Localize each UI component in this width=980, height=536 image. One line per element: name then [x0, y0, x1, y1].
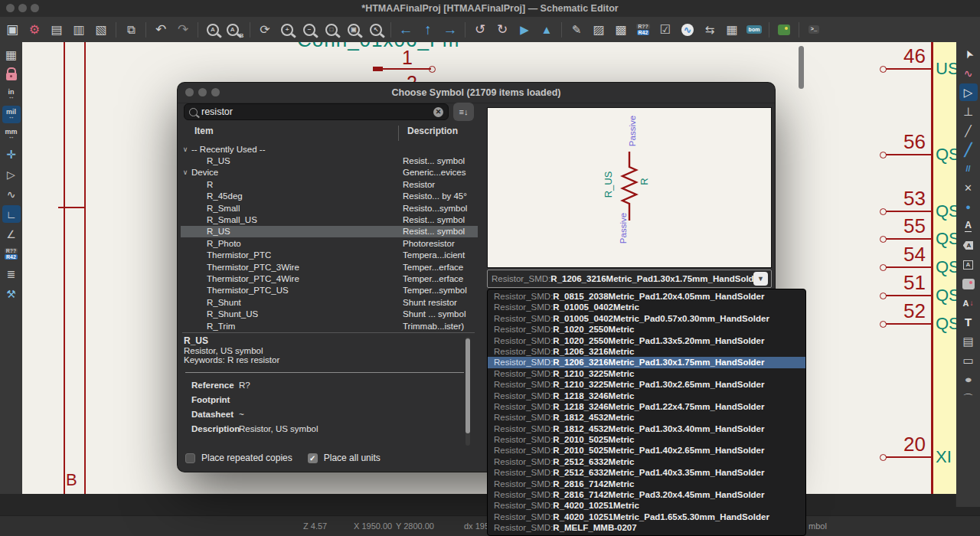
hidden-pins-icon[interactable]: ▷ — [2, 165, 21, 183]
minimize-button[interactable] — [18, 4, 27, 12]
symbol-tree-row[interactable]: R_TrimTrimmab...ister) — [181, 320, 478, 331]
edit-symbol-icon[interactable]: ✎ — [567, 20, 586, 39]
pin-line[interactable] — [886, 266, 933, 268]
column-description[interactable]: Description — [407, 126, 458, 136]
footprint-option[interactable]: Resistor_SMD:R_2816_7142Metric_Pad3.20x4… — [488, 489, 805, 500]
junction-icon[interactable]: ● — [959, 198, 978, 216]
rotate-cw-icon[interactable]: ↻ — [493, 20, 511, 39]
footprint-option[interactable]: Resistor_SMD:R_1812_4532Metric_Pad1.30x3… — [488, 423, 805, 434]
pin-line[interactable] — [886, 211, 933, 212]
symbol-tree-row[interactable]: R_ShuntShunt resistor — [181, 296, 478, 308]
footprint-option[interactable]: Resistor_SMD:R_1218_3246Metric_Pad1.22x4… — [488, 401, 805, 412]
hierarchy-navigator-icon[interactable]: ≣ — [2, 265, 21, 283]
footprint-option[interactable]: Resistor_SMD:R_01005_0402Metric — [488, 302, 805, 312]
sort-options-button[interactable]: ≡↓ — [453, 103, 474, 121]
annotate-icon[interactable]: R??R42 — [634, 20, 652, 39]
bus-entry-icon[interactable]: // — [959, 160, 978, 178]
paste-icon[interactable]: ⧉ — [122, 20, 140, 39]
place-bus-icon[interactable]: ╱ — [959, 141, 978, 159]
place-textbox-icon[interactable]: ▤ — [959, 332, 978, 350]
footprint-option[interactable]: Resistor_SMD:R_1218_3246Metric — [488, 391, 805, 401]
symbol-tree-row[interactable]: ∨DeviceGeneric...evices — [181, 167, 478, 178]
symbol-tree-row[interactable]: Thermistor_PTC_USTemper...symbol — [181, 285, 478, 296]
place-symbol-button[interactable]: ▷ — [959, 83, 978, 101]
free-angle-wires-icon[interactable]: ∿ — [2, 185, 21, 203]
simulator-icon[interactable]: ∿ — [678, 20, 697, 39]
place-wire-icon[interactable]: ╱ — [959, 122, 978, 139]
nav-back-icon[interactable]: ← — [397, 20, 415, 39]
zoom-fit-icon[interactable]: □ — [322, 20, 341, 39]
no-connect-icon[interactable]: ✕ — [959, 179, 978, 197]
annotate-sidebar-icon[interactable]: R??R42 — [2, 245, 21, 263]
place-ellipse-icon[interactable]: ● — [959, 371, 978, 388]
symbol-tree-row[interactable]: R_USResist... symbol — [181, 155, 478, 166]
pin-line[interactable] — [886, 295, 933, 296]
footprint-combo-field[interactable]: Resistor_SMD:R_1206_3216Metric_Pad1.30x1… — [487, 270, 772, 288]
schematic-wire-vertical[interactable] — [84, 42, 86, 494]
footprint-option[interactable]: Resistor_SMD:R_MELF_MMB-0207 — [488, 522, 805, 533]
select-cursor-icon[interactable]: ➤ — [959, 45, 978, 63]
symbol-tree-row[interactable]: R_USResist... symbol — [181, 226, 478, 237]
dialog-titlebar[interactable]: Choose Symbol (21709 items loaded) — [178, 83, 775, 103]
place-arc-icon[interactable]: ⌒ — [959, 390, 978, 407]
symbol-search-field[interactable]: ✕ — [184, 103, 449, 120]
symbol-tree-row[interactable]: Thermistor_PTCTempera...icient — [181, 250, 478, 261]
browse-libraries-icon[interactable]: ▨ — [590, 20, 608, 39]
hierarchical-label-icon[interactable]: A — [959, 256, 978, 273]
assign-footprints-icon[interactable]: ⇆ — [701, 20, 719, 39]
close-button[interactable] — [6, 4, 15, 12]
footprint-option[interactable]: Resistor_SMD:R_2512_6332Metric_Pad1.40x3… — [488, 467, 805, 478]
zoom-selection-icon[interactable]: ↖ — [367, 20, 385, 39]
checkbox[interactable]: ✓ — [185, 453, 195, 463]
symbol-tree-row[interactable]: ∨-- Recently Used -- — [181, 143, 478, 155]
symbol-tree-row[interactable]: Thermistor_PTC_4WireTemper...erface — [181, 273, 478, 284]
footprint-option[interactable]: Resistor_SMD:R_4020_10251Metric — [488, 500, 805, 511]
grid-override-lock-icon[interactable] — [2, 66, 21, 83]
footprint-option[interactable]: Resistor_SMD:R_1210_3225Metric — [488, 368, 805, 379]
pin-line[interactable] — [381, 68, 431, 70]
footprint-option[interactable]: Resistor_SMD:R_2010_5025Metric_Pad1.40x2… — [488, 445, 805, 456]
column-separator[interactable] — [398, 126, 399, 141]
mirror-vertical-icon[interactable]: ▲ — [537, 20, 556, 39]
dialog-minimize-button[interactable] — [198, 88, 207, 96]
schematic-setup-icon[interactable]: ⚙ — [25, 20, 44, 39]
details-scrollbar-thumb[interactable] — [466, 338, 470, 433]
plot-icon[interactable]: ▧ — [92, 20, 110, 39]
footprint-option[interactable]: Resistor_SMD:R_1020_2550Metric_Pad1.33x5… — [488, 335, 805, 346]
footprint-option[interactable]: Resistor_SMD:R_MicroMELF_MMU-0102 — [488, 534, 805, 536]
rotate-ccw-icon[interactable]: ↺ — [471, 20, 489, 39]
units-inches-button[interactable]: in↔ — [2, 86, 21, 103]
properties-tools-icon[interactable]: ⚒ — [2, 285, 21, 302]
footprint-option[interactable]: Resistor_SMD:R_0815_2038Metric_Pad1.20x4… — [488, 291, 805, 302]
schematic-wire-vertical[interactable] — [64, 42, 65, 494]
chevron-down-icon[interactable]: ∨ — [181, 168, 190, 176]
symbol-tree-row[interactable]: R_PhotoPhotoresistor — [181, 237, 478, 249]
chevron-down-icon[interactable]: ∨ — [181, 145, 190, 153]
edit-library-symbol-icon[interactable]: ▩ — [612, 20, 630, 39]
dialog-close-button[interactable] — [185, 88, 194, 96]
grid-visibility-icon[interactable]: ▦ — [2, 46, 21, 64]
import-sheet-pin-icon[interactable]: A↓ — [959, 294, 978, 312]
search-input[interactable] — [201, 106, 430, 117]
place-sheet-icon[interactable] — [959, 275, 978, 293]
symbol-tree-row[interactable]: RResistor — [181, 178, 478, 190]
units-mils-button[interactable]: mil↔ — [2, 106, 21, 123]
pin-line[interactable] — [886, 68, 933, 70]
footprint-option[interactable]: Resistor_SMD:R_4020_10251Metric_Pad1.65x… — [488, 511, 805, 522]
fortyfive-degree-wires-icon[interactable]: ∠ — [2, 225, 21, 243]
symbol-tree-row[interactable]: Thermistor_PTC_3WireTemper...erface — [181, 261, 478, 273]
symbol-fields-table-icon[interactable]: ▦ — [723, 20, 741, 39]
cursor-shape-icon[interactable]: ✛ — [2, 145, 21, 163]
pin-line[interactable] — [886, 456, 933, 458]
place-power-port-icon[interactable]: ⊥ — [959, 103, 978, 120]
pin-line[interactable] — [886, 323, 933, 325]
pin-line[interactable] — [886, 238, 933, 240]
footprint-option[interactable]: Resistor_SMD:R_01005_0402Metric_Pad0.57x… — [488, 313, 805, 324]
checkbox[interactable]: ✓ — [308, 453, 318, 463]
find-replace-icon[interactable]: AB — [226, 20, 244, 39]
symbol-tree-row[interactable]: R_Small_USResist... symbol — [181, 214, 478, 225]
footprint-option[interactable]: Resistor_SMD:R_1206_3216Metric — [488, 346, 805, 357]
scripting-console-icon[interactable]: >_ — [805, 20, 823, 39]
units-mm-button[interactable]: mm↔ — [2, 126, 21, 143]
symbol-tree-row[interactable]: R_SmallResisto...symbol — [181, 202, 478, 214]
